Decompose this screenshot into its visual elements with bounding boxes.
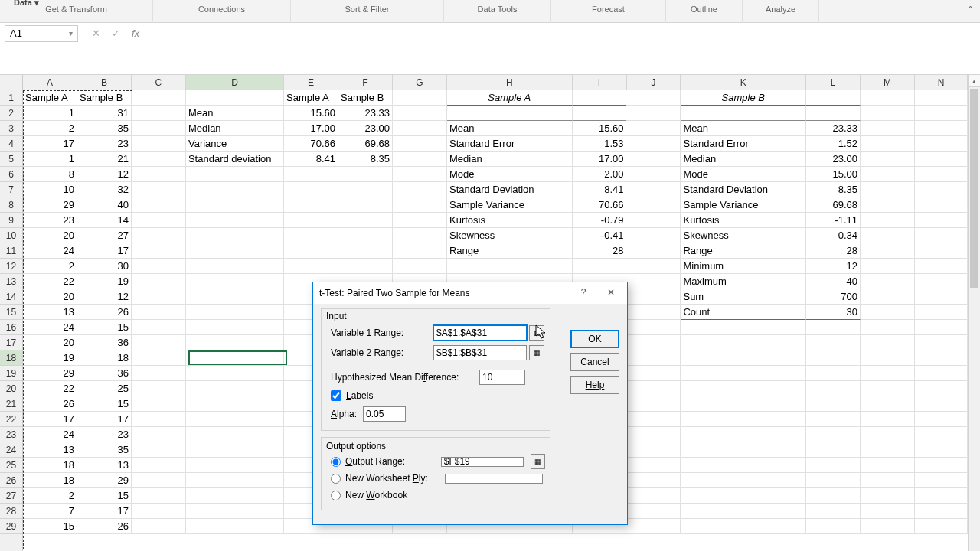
- cell-K4[interactable]: Standard Error: [681, 136, 806, 152]
- row-header-2[interactable]: 2: [0, 106, 22, 121]
- cell-J4[interactable]: [626, 136, 681, 152]
- cell-D21[interactable]: [186, 396, 284, 412]
- cell-G6[interactable]: [393, 167, 447, 182]
- cell-M21[interactable]: [861, 396, 915, 412]
- cell-L14[interactable]: 700: [806, 289, 861, 305]
- cell-K23[interactable]: [681, 427, 806, 442]
- cell-D25[interactable]: [186, 458, 284, 473]
- cell-M22[interactable]: [861, 412, 915, 427]
- cell-B25[interactable]: 13: [77, 458, 132, 473]
- select-all-corner[interactable]: [0, 75, 23, 90]
- cell-J18[interactable]: [626, 350, 681, 366]
- cell-H8[interactable]: Sample Variance: [447, 197, 573, 213]
- cell-G9[interactable]: [393, 213, 447, 228]
- cell-A2[interactable]: 1: [23, 106, 77, 121]
- cell-K2[interactable]: [681, 106, 806, 121]
- cell-B4[interactable]: 23: [77, 136, 132, 152]
- fx-icon[interactable]: fx: [129, 28, 142, 39]
- cell-A20[interactable]: 22: [23, 381, 77, 396]
- row-header-9[interactable]: 9: [0, 213, 22, 228]
- cell-F6[interactable]: [338, 167, 393, 182]
- cell-K1[interactable]: Sample B: [681, 90, 806, 106]
- cell-L24[interactable]: [806, 442, 861, 458]
- cell-C27[interactable]: [132, 488, 186, 504]
- name-box[interactable]: A1 ▾: [5, 25, 78, 42]
- cell-I9[interactable]: -0.79: [573, 213, 627, 228]
- row-header-19[interactable]: 19: [0, 366, 22, 381]
- cell-M2[interactable]: [861, 106, 915, 121]
- row-headers[interactable]: 1234567891011121314151617181920212223242…: [0, 90, 23, 551]
- cell-K6[interactable]: Mode: [681, 167, 806, 182]
- col-header-B[interactable]: B: [77, 75, 132, 90]
- cell-A8[interactable]: 29: [23, 197, 77, 213]
- cell-K11[interactable]: Range: [681, 243, 806, 259]
- cell-L9[interactable]: -1.11: [806, 213, 861, 228]
- cell-M20[interactable]: [861, 381, 915, 396]
- row-header-14[interactable]: 14: [0, 289, 22, 305]
- cell-C3[interactable]: [132, 121, 186, 136]
- cell-K13[interactable]: Maximum: [681, 274, 806, 289]
- cell-I8[interactable]: 70.66: [573, 197, 627, 213]
- cell-C20[interactable]: [132, 381, 186, 396]
- cell-K22[interactable]: [681, 412, 806, 427]
- cell-B10[interactable]: 27: [77, 228, 132, 243]
- cell-L19[interactable]: [806, 366, 861, 381]
- cell-J15[interactable]: [626, 305, 681, 320]
- cell-M26[interactable]: [861, 473, 915, 488]
- cell-J28[interactable]: [626, 504, 681, 519]
- dialog-close-button[interactable]: ✕: [598, 285, 624, 302]
- cell-F9[interactable]: [338, 213, 393, 228]
- hypothesized-diff-input[interactable]: [479, 370, 525, 385]
- col-header-A[interactable]: A: [23, 75, 77, 90]
- row-header-3[interactable]: 3: [0, 121, 22, 136]
- cell-B6[interactable]: 12: [77, 167, 132, 182]
- cell-M19[interactable]: [861, 366, 915, 381]
- col-header-N[interactable]: N: [915, 75, 968, 90]
- cell-N24[interactable]: [915, 442, 968, 458]
- cell-C12[interactable]: [132, 259, 186, 274]
- row-header-7[interactable]: 7: [0, 182, 22, 197]
- cell-N3[interactable]: [915, 121, 968, 136]
- cell-N4[interactable]: [915, 136, 968, 152]
- cell-N9[interactable]: [915, 213, 968, 228]
- cell-L16[interactable]: [806, 320, 861, 335]
- cell-M25[interactable]: [861, 458, 915, 473]
- cell-C5[interactable]: [132, 152, 186, 167]
- cell-E3[interactable]: 17.00: [284, 121, 338, 136]
- cell-D4[interactable]: Variance: [186, 136, 284, 152]
- cell-B19[interactable]: 36: [77, 366, 132, 381]
- output-range-picker-icon[interactable]: ▦: [531, 454, 545, 469]
- cell-A16[interactable]: 24: [23, 320, 77, 335]
- cell-A19[interactable]: 29: [23, 366, 77, 381]
- cell-J12[interactable]: [626, 259, 681, 274]
- cell-F12[interactable]: [338, 259, 393, 274]
- cell-D27[interactable]: [186, 488, 284, 504]
- cell-G1[interactable]: [393, 90, 447, 106]
- cell-B17[interactable]: 36: [77, 335, 132, 350]
- cell-C15[interactable]: [132, 305, 186, 320]
- cell-M16[interactable]: [861, 320, 915, 335]
- row-header-22[interactable]: 22: [0, 412, 22, 427]
- col-header-K[interactable]: K: [681, 75, 806, 90]
- cell-K3[interactable]: Mean: [681, 121, 806, 136]
- cell-K20[interactable]: [681, 381, 806, 396]
- row-header-13[interactable]: 13: [0, 274, 22, 289]
- cell-M23[interactable]: [861, 427, 915, 442]
- cell-C1[interactable]: [132, 90, 186, 106]
- cell-A18[interactable]: 19: [23, 350, 77, 366]
- cell-E7[interactable]: [284, 182, 338, 197]
- cell-N13[interactable]: [915, 274, 968, 289]
- cell-N7[interactable]: [915, 182, 968, 197]
- cell-N16[interactable]: [915, 320, 968, 335]
- row-header-11[interactable]: 11: [0, 243, 22, 259]
- cell-F5[interactable]: 8.35: [338, 152, 393, 167]
- cell-N22[interactable]: [915, 412, 968, 427]
- cell-A11[interactable]: 24: [23, 243, 77, 259]
- cell-C10[interactable]: [132, 228, 186, 243]
- cell-A17[interactable]: 20: [23, 335, 77, 350]
- cell-J25[interactable]: [626, 458, 681, 473]
- cell-M5[interactable]: [861, 152, 915, 167]
- cell-E11[interactable]: [284, 243, 338, 259]
- cell-M13[interactable]: [861, 274, 915, 289]
- cell-L20[interactable]: [806, 381, 861, 396]
